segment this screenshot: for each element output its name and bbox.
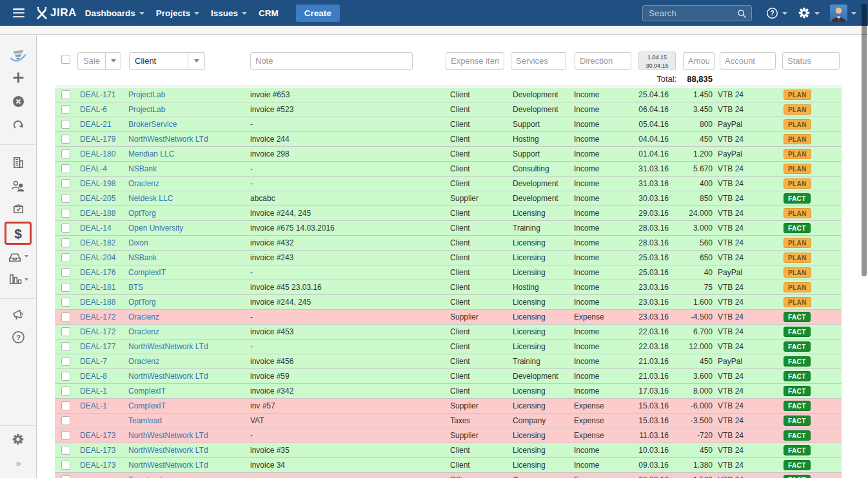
row-checkbox[interactable] xyxy=(61,475,70,478)
status-filter-input[interactable] xyxy=(782,52,840,70)
company-link[interactable]: OptTorg xyxy=(128,298,156,307)
account-filter-input[interactable] xyxy=(720,52,776,70)
company-link[interactable]: Teamlead xyxy=(128,475,162,478)
row-checkbox[interactable] xyxy=(61,120,70,129)
note-filter-input[interactable] xyxy=(250,52,413,70)
company-link[interactable]: Oraclenz xyxy=(128,312,159,321)
company-link[interactable]: Oraclenz xyxy=(128,357,159,366)
create-button[interactable]: Create xyxy=(296,5,340,22)
row-checkbox[interactable] xyxy=(61,224,70,233)
select-all-checkbox[interactable] xyxy=(61,55,70,64)
deal-link[interactable]: DEAL-173 xyxy=(80,431,115,440)
row-checkbox[interactable] xyxy=(61,283,70,292)
deal-link[interactable]: DEAL-171 xyxy=(80,90,115,99)
company-link[interactable]: Meridian LLC xyxy=(128,149,174,158)
deal-link[interactable]: DEAL-173 xyxy=(80,461,115,470)
companies-icon[interactable] xyxy=(0,156,36,169)
company-link[interactable]: Oraclenz xyxy=(128,179,159,188)
vertical-scrollbar[interactable] xyxy=(862,4,867,276)
company-link[interactable]: NorthWestNetwork LTd xyxy=(128,446,208,455)
deal-link[interactable]: DEAL-182 xyxy=(80,238,115,247)
expense-items-filter-input[interactable] xyxy=(446,52,504,70)
transactions-icon[interactable]: $ xyxy=(0,226,36,242)
company-link[interactable]: NorthWestNetwork LTd xyxy=(128,431,208,440)
help-circle-icon[interactable]: ? xyxy=(0,330,36,344)
deal-link[interactable]: DEAL-14 xyxy=(80,224,112,233)
amount-filter-input[interactable] xyxy=(683,52,715,70)
row-checkbox[interactable] xyxy=(61,401,70,410)
row-checkbox[interactable] xyxy=(61,90,70,99)
company-link[interactable]: Dixon xyxy=(128,238,148,247)
deal-link[interactable]: DEAL-180 xyxy=(80,149,115,158)
crm-logo-icon[interactable] xyxy=(0,47,36,66)
direction-filter-input[interactable] xyxy=(575,52,631,70)
reports-icon[interactable] xyxy=(0,272,36,286)
add-icon[interactable] xyxy=(0,72,36,84)
row-checkbox[interactable] xyxy=(61,268,70,277)
nav-projects[interactable]: Projects xyxy=(150,0,205,26)
row-checkbox[interactable] xyxy=(61,149,70,158)
deal-link[interactable]: DEAL-181 xyxy=(80,283,115,292)
announcement-icon[interactable] xyxy=(0,307,36,321)
company-link[interactable]: ComplexIT xyxy=(128,268,166,277)
deal-link[interactable]: DEAL-177 xyxy=(80,342,115,351)
row-checkbox[interactable] xyxy=(61,164,70,173)
expand-icon[interactable]: » xyxy=(0,457,36,468)
settings-menu[interactable] xyxy=(798,6,820,19)
deal-link[interactable]: DEAL-188 xyxy=(80,209,115,218)
company-link[interactable]: BTS xyxy=(128,283,143,292)
deal-link[interactable]: DEAL-188 xyxy=(80,298,115,307)
deal-link[interactable]: DEAL-176 xyxy=(80,268,115,277)
row-checkbox[interactable] xyxy=(61,327,70,336)
deal-link[interactable]: DEAL-8 xyxy=(80,372,107,381)
row-checkbox[interactable] xyxy=(61,416,70,425)
deal-link[interactable]: DEAL-204 xyxy=(80,253,115,262)
row-checkbox[interactable] xyxy=(61,238,70,247)
contacts-icon[interactable] xyxy=(0,179,36,193)
company-link[interactable]: Open University xyxy=(128,224,183,233)
sale-filter-caret[interactable] xyxy=(105,53,121,69)
company-link[interactable]: NSBank xyxy=(128,253,157,262)
deal-link[interactable]: DEAL-1 xyxy=(80,401,107,410)
client-filter-dropdown[interactable]: Client xyxy=(129,52,205,70)
company-link[interactable]: Netdesk LLC xyxy=(128,194,173,203)
deal-link[interactable]: DEAL-6 xyxy=(80,105,107,114)
row-checkbox[interactable] xyxy=(61,105,70,114)
row-checkbox[interactable] xyxy=(61,357,70,366)
services-filter-input[interactable] xyxy=(511,52,566,70)
deal-link[interactable]: DEAL-179 xyxy=(80,135,115,144)
close-circle-icon[interactable] xyxy=(0,95,36,108)
sale-filter-dropdown[interactable]: Sale xyxy=(77,52,121,70)
company-link[interactable]: ComplexIT xyxy=(128,401,166,410)
settings-gear-icon[interactable] xyxy=(0,433,36,446)
company-link[interactable]: ProjectLab xyxy=(128,90,165,99)
deal-link[interactable]: DEAL-205 xyxy=(80,194,115,203)
row-checkbox[interactable] xyxy=(61,253,70,262)
nav-dashboards[interactable]: Dashboards xyxy=(79,0,150,26)
company-link[interactable]: NSBank xyxy=(128,164,157,173)
deal-link[interactable]: DEAL-172 xyxy=(80,312,115,321)
help-menu[interactable]: ? xyxy=(766,7,787,19)
nav-issues[interactable]: Issues xyxy=(205,0,253,26)
deal-link[interactable]: DEAL-21 xyxy=(80,120,112,129)
company-link[interactable]: Oraclenz xyxy=(128,327,159,336)
row-checkbox[interactable] xyxy=(61,446,70,455)
deal-link[interactable]: DEAL-172 xyxy=(80,327,115,336)
deal-link[interactable]: DEAL-173 xyxy=(80,446,115,455)
deal-link[interactable]: DEAL-4 xyxy=(80,164,107,173)
search-input[interactable]: Search xyxy=(642,5,752,21)
cashbox-icon[interactable] xyxy=(0,249,36,263)
company-link[interactable]: NorthWestNetwork LTd xyxy=(128,135,208,144)
row-checkbox[interactable] xyxy=(61,461,70,470)
row-checkbox[interactable] xyxy=(61,179,70,188)
date-range-button[interactable]: 1.04.15 30.04.16 xyxy=(638,52,676,70)
company-link[interactable]: NorthWestNetwork LTd xyxy=(128,461,208,470)
company-link[interactable]: NorthWestNetwork LTd xyxy=(128,372,208,381)
deal-link[interactable]: DEAL-198 xyxy=(80,179,115,188)
row-checkbox[interactable] xyxy=(61,209,70,218)
company-link[interactable]: BrokerService xyxy=(128,120,177,129)
company-link[interactable]: Teamlead xyxy=(128,416,162,425)
row-checkbox[interactable] xyxy=(61,135,70,144)
company-link[interactable]: ComplexIT xyxy=(128,387,166,396)
hamburger-menu-icon[interactable] xyxy=(13,8,25,17)
